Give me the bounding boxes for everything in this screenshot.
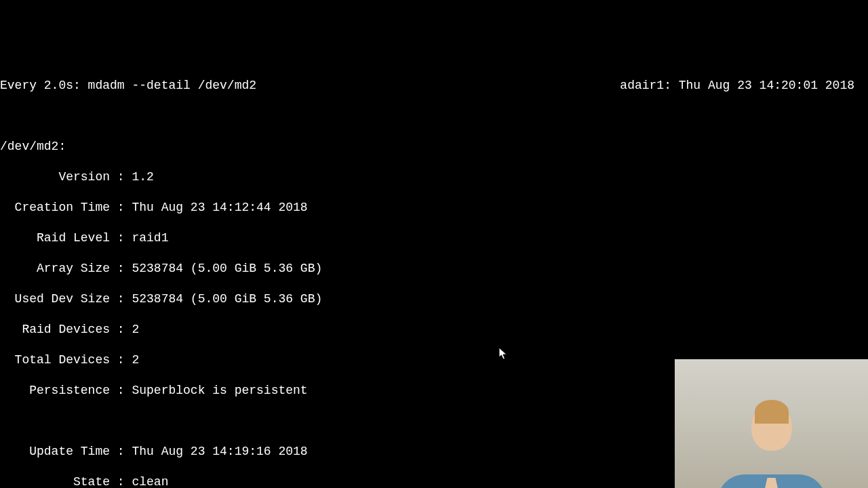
detail-used-dev-size: Used Dev Size : 5238784 (5.00 GiB 5.36 G… — [0, 291, 868, 307]
watch-command: Every 2.0s: mdadm --detail /dev/md2 — [0, 78, 256, 94]
detail-version: Version : 1.2 — [0, 169, 868, 185]
detail-raid-devices: Raid Devices : 2 — [0, 322, 868, 338]
detail-array-size: Array Size : 5238784 (5.00 GiB 5.36 GB) — [0, 261, 868, 277]
webcam-overlay — [675, 359, 868, 488]
detail-creation-time: Creation Time : Thu Aug 23 14:12:44 2018 — [0, 200, 868, 216]
detail-raid-level: Raid Level : raid1 — [0, 230, 868, 246]
blank-line — [0, 108, 868, 124]
watch-timestamp: adair1: Thu Aug 23 14:20:01 2018 — [620, 78, 854, 94]
device-path: /dev/md2: — [0, 139, 868, 155]
webcam-person — [745, 373, 799, 441]
watch-header: Every 2.0s: mdadm --detail /dev/md2adair… — [0, 78, 868, 94]
